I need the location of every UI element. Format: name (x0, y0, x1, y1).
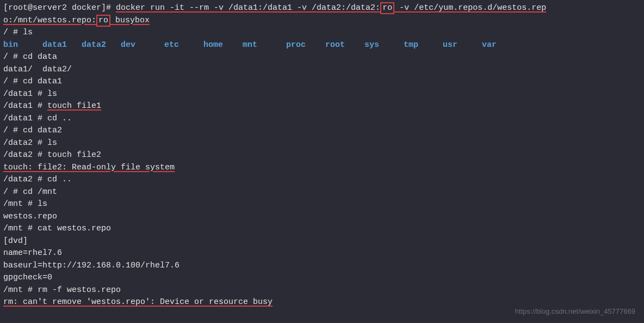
touch-file1: touch file1 (47, 101, 101, 111)
terminal-line-mnt-ls: /mnt # ls (3, 198, 641, 211)
dir-proc: proc (286, 39, 325, 52)
dir-usr: usr (443, 39, 482, 52)
dir-bin: bin (3, 39, 42, 52)
readonly-error: touch: file2: Read-only file system (3, 163, 175, 172)
terminal-line-data1-cdup: /data1 # cd .. (3, 113, 641, 125)
terminal-line-baseurl: baseurl=http://192.168.0.100/rhel7.6 (3, 260, 641, 272)
terminal-line-rm-cmd: /mnt # rm -f westos.repo (3, 284, 641, 297)
dir-var: var (482, 39, 504, 52)
dir-tmp: tmp (404, 39, 443, 52)
cmd-part2: -v /etc/yum.repos.d/westos.rep (394, 3, 546, 13)
terminal-line-data2-cdup: /data2 # cd .. (3, 174, 641, 186)
terminal-line-gpgcheck: gpgcheck=0 (3, 272, 641, 284)
dir-data2: data2 (82, 39, 121, 52)
terminal-line-data-dirs: data1/ data2/ (3, 64, 641, 76)
terminal-line-cat-westos: /mnt # cat westos.repo (3, 223, 641, 235)
terminal-line-data2-ls: /data2 # ls (3, 137, 641, 150)
ro-box-2: ro (96, 15, 110, 27)
data1-prompt: /data1 # (3, 101, 47, 111)
rm-error: rm: can't remove 'westos.repo': Device o… (3, 297, 273, 307)
cmd-part1: docker run -it --rm -v /data1:/data1 -v … (116, 3, 380, 13)
terminal-line-cd-data2: / # cd data2 (3, 125, 641, 137)
dir-dev: dev (121, 39, 164, 52)
terminal-line-data2-touch: /data2 # touch file2 (3, 149, 641, 162)
terminal-line-data1-ls: /data1 # ls (3, 88, 641, 101)
terminal-line-readonly-err: touch: file2: Read-only file system (3, 162, 641, 174)
watermark: https://blog.csdn.net/weixin_45777669 (515, 306, 635, 317)
cmd-line2-part2: busybox (110, 16, 150, 25)
dir-home: home (203, 39, 243, 52)
ro-box-1: ro (380, 2, 394, 14)
dir-data1: data1 (42, 39, 82, 52)
dir-listing: bindata1data2devetchomemntprocrootsystmp… (3, 39, 641, 52)
terminal-line-name: name=rhel7.6 (3, 247, 641, 260)
terminal-line-cd-data: / # cd data (3, 51, 641, 64)
cmd-line2-part1: o:/mnt/westos.repo: (3, 16, 96, 25)
terminal-line-1: [root@server2 docker]# docker run -it --… (3, 2, 641, 15)
dir-mnt: mnt (243, 39, 286, 52)
terminal-line-touch-file1: /data1 # touch file1 (3, 100, 641, 113)
terminal-line-ls: / # ls (3, 27, 641, 39)
terminal-line-westos-repo: westos.repo (3, 211, 641, 223)
dir-sys: sys (364, 39, 404, 52)
dir-root: root (325, 39, 364, 52)
terminal-line-2: o:/mnt/westos.repo:ro busybox (3, 15, 641, 27)
terminal-line-cd-mnt: / # cd /mnt (3, 186, 641, 199)
dir-etc: etc (164, 39, 203, 52)
prompt: [root@server2 docker]# (3, 3, 116, 13)
terminal-line-cd-data1: / # cd data1 (3, 76, 641, 88)
terminal-line-dvd: [dvd] (3, 235, 641, 248)
